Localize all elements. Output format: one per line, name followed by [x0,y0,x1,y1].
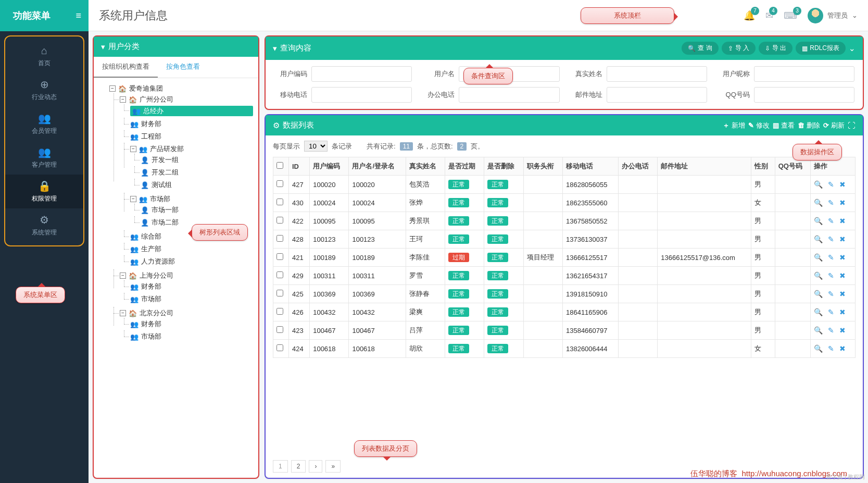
sidebar-item-3[interactable]: 👥客户管理 [5,141,83,175]
view-icon[interactable]: 🔍 [814,344,823,353]
fullscreen-icon[interactable]: ⛶ [848,121,856,130]
sidebar-item-1[interactable]: ⊕行业动态 [5,73,83,107]
view-icon[interactable]: 🔍 [814,180,823,189]
refresh-button[interactable]: ⟳刷新 [823,121,845,130]
delete-icon[interactable]: ✖ [839,271,846,280]
export-button[interactable]: ⇩导 出 [759,42,792,55]
view-icon[interactable]: 🔍 [814,290,823,298]
tree-node[interactable]: −👥市场部 [130,194,253,204]
sidebar-item-2[interactable]: 👥会员管理 [5,107,83,141]
row-check[interactable] [276,290,283,296]
notification-bell-icon[interactable]: 🔔7 [744,10,755,21]
delete-icon[interactable]: ✖ [839,308,846,316]
row-check[interactable] [276,308,283,315]
sidebar-item-4[interactable]: 🔒权限管理 [5,175,83,208]
edit-icon[interactable]: ✎ [828,199,834,207]
chevron-down-icon[interactable]: ⌄ [849,44,856,53]
view-icon[interactable]: 🔍 [814,308,823,316]
tree-toggle[interactable]: − [109,85,116,92]
delete-icon[interactable]: ✖ [839,199,846,207]
tree-node[interactable]: 👥总经办 [130,106,253,116]
input-nickname[interactable] [754,66,854,82]
view-icon[interactable]: 🔍 [814,217,823,225]
edit-icon[interactable]: ✎ [828,271,834,280]
tree-node[interactable]: −🏠广州分公司 [120,95,253,104]
tree-toggle[interactable]: − [120,273,126,279]
tree-node[interactable]: −👥产品研发部 [130,144,253,154]
view-icon[interactable]: 🔍 [814,235,823,243]
delete-icon[interactable]: ✖ [839,180,846,189]
page-last[interactable]: » [325,460,341,473]
tree-toggle[interactable]: − [130,196,136,202]
view-icon[interactable]: 🔍 [814,199,823,207]
delete-icon[interactable]: ✖ [839,253,846,262]
tree-node[interactable]: 👥生产部 [130,244,253,254]
row-check[interactable] [276,326,283,333]
row-check[interactable] [276,217,283,224]
input-realname[interactable] [607,66,707,82]
add-button[interactable]: ＋新增 [723,121,745,130]
tree-toggle[interactable]: − [120,310,126,316]
notification-chat-icon[interactable]: ⌨3 [784,10,797,21]
row-check[interactable] [276,344,283,351]
row-check[interactable] [276,253,283,260]
input-qq[interactable] [754,87,854,103]
delete-icon[interactable]: ✖ [839,344,846,353]
check-all[interactable] [276,162,283,169]
edit-icon[interactable]: ✎ [828,308,834,316]
page-1[interactable]: 1 [273,460,288,473]
tab-by-org[interactable]: 按组织机构查看 [94,57,158,78]
menu-toggle-icon[interactable]: ≡ [68,10,89,21]
notification-mail-icon[interactable]: ✉4 [765,10,773,21]
sidebar-item-0[interactable]: ⌂首页 [5,40,83,73]
delete-icon[interactable]: ✖ [839,217,846,225]
view-icon[interactable]: 🔍 [814,253,823,262]
per-page-select[interactable]: 10 [304,141,328,152]
tree-node[interactable]: 👥市场部 [130,294,253,304]
footer-link[interactable]: 伍华聪的博客 http://wuhuacong.cnblogs.com [690,469,847,479]
page-next[interactable]: › [309,460,322,473]
edit-button[interactable]: ✎修改 [748,121,770,130]
tree-node[interactable]: 👤测试组 [141,180,253,190]
tree-node[interactable]: 👥工程部 [130,132,253,141]
edit-icon[interactable]: ✎ [828,326,834,335]
row-check[interactable] [276,180,283,187]
sidebar-item-5[interactable]: ⚙系统管理 [5,208,83,242]
tab-by-role[interactable]: 按角色查看 [158,57,208,78]
edit-icon[interactable]: ✎ [828,180,834,189]
tree-node[interactable]: 👥市场部 [130,332,253,341]
delete-icon[interactable]: ✖ [839,326,846,335]
edit-icon[interactable]: ✎ [828,235,834,243]
tree-node[interactable]: 👤市场一部 [141,205,253,215]
tree-node[interactable]: 👥财务部 [130,119,253,129]
delete-icon[interactable]: ✖ [839,235,846,243]
tree-node[interactable]: 👥财务部 [130,319,253,329]
delete-button[interactable]: 🗑删除 [798,121,820,130]
import-button[interactable]: ⇪导 入 [722,42,756,55]
input-usercode[interactable] [311,66,412,82]
search-button[interactable]: 🔍查 询 [682,42,718,55]
tree-toggle[interactable]: − [130,146,136,152]
edit-icon[interactable]: ✎ [828,344,834,353]
edit-icon[interactable]: ✎ [828,290,834,298]
input-office[interactable] [459,87,559,103]
user-menu[interactable]: 管理员 ⌄ [808,8,858,23]
tree-node[interactable]: 👤开发一组 [141,155,253,165]
row-check[interactable] [276,199,283,205]
row-check[interactable] [276,271,283,278]
tree-toggle[interactable]: − [120,96,126,103]
input-mobile[interactable] [311,87,412,103]
input-email[interactable] [607,87,707,103]
view-icon[interactable]: 🔍 [814,326,823,335]
report-button[interactable]: ▦RDLC报表 [796,42,846,55]
edit-icon[interactable]: ✎ [828,253,834,262]
tree-node[interactable]: 👥财务部 [130,282,253,291]
tree-node[interactable]: −🏠爱奇迪集团 [109,84,253,93]
row-check[interactable] [276,235,283,242]
tree-node[interactable]: −🏠北京分公司 [120,308,253,318]
tree-node[interactable]: −🏠上海分公司 [120,271,253,280]
view-button[interactable]: ▥查看 [773,121,795,130]
tree-node[interactable]: 👥人力资源部 [130,257,253,266]
delete-icon[interactable]: ✖ [839,290,846,298]
tree-node[interactable]: 👤开发二组 [141,168,253,177]
